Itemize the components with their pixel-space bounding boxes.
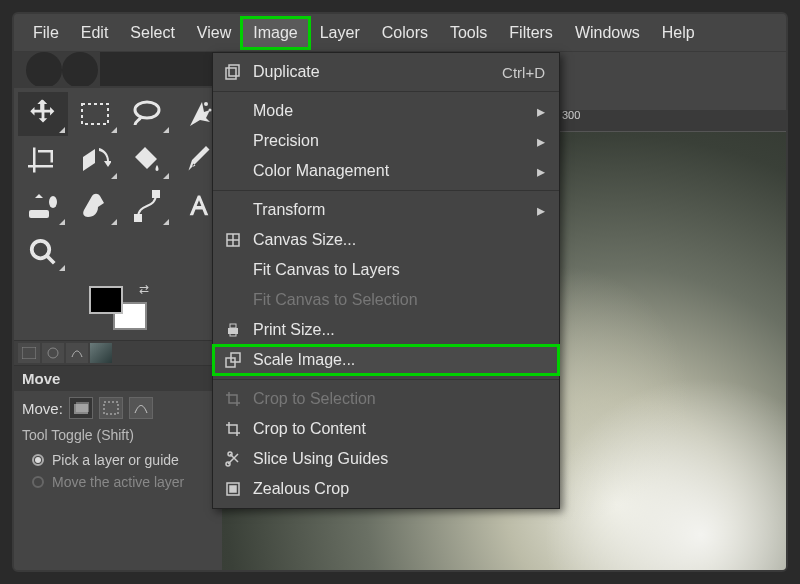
- dock-tabs: [14, 340, 222, 366]
- mi-zealous-crop[interactable]: Zealous Crop: [213, 474, 559, 504]
- tool-submenu-indicator-icon: [163, 219, 169, 225]
- tool-clone[interactable]: [18, 184, 68, 228]
- mi-crop-selection: Crop to Selection: [213, 384, 559, 414]
- menu-windows[interactable]: Windows: [564, 18, 651, 48]
- mi-crop-content[interactable]: Crop to Content: [213, 414, 559, 444]
- mi-transform[interactable]: Transform▸: [213, 195, 559, 225]
- menu-file[interactable]: File: [22, 18, 70, 48]
- radio-pick-layer-label: Pick a layer or guide: [52, 452, 179, 468]
- mi-label: Print Size...: [253, 321, 545, 339]
- dock-tab-4[interactable]: [90, 343, 112, 363]
- tool-submenu-indicator-icon: [111, 219, 117, 225]
- tool-zoom[interactable]: [18, 230, 68, 274]
- mi-duplicate[interactable]: Duplicate Ctrl+D: [213, 57, 559, 87]
- dock-tab-2[interactable]: [42, 343, 64, 363]
- tool-submenu-indicator-icon: [111, 127, 117, 133]
- canvas-size-icon: [223, 232, 243, 248]
- tool-path[interactable]: [122, 184, 172, 228]
- crop-icon: [223, 421, 243, 437]
- image-menu: Duplicate Ctrl+D Mode▸ Precision▸ Color …: [212, 52, 560, 509]
- tool-submenu-indicator-icon: [59, 219, 65, 225]
- svg-rect-15: [76, 402, 89, 412]
- tool-submenu-indicator-icon: [163, 173, 169, 179]
- mi-precision[interactable]: Precision▸: [213, 126, 559, 156]
- submenu-arrow-icon: ▸: [537, 132, 545, 151]
- dock-tab-1[interactable]: [18, 343, 40, 363]
- tool-smudge[interactable]: [70, 184, 120, 228]
- mi-label: Mode: [253, 102, 527, 120]
- image-thumb-icon: [90, 343, 112, 363]
- menu-select[interactable]: Select: [119, 18, 185, 48]
- move-mode-selection[interactable]: [99, 397, 123, 419]
- svg-rect-10: [153, 191, 159, 197]
- mi-canvas-size[interactable]: Canvas Size...: [213, 225, 559, 255]
- toolbox-header-graphic: [14, 52, 222, 88]
- svg-point-13: [48, 348, 58, 358]
- ruler-tick: 300: [558, 110, 580, 132]
- tool-bucket-fill[interactable]: [122, 138, 172, 182]
- radio-move-active[interactable]: Move the active layer: [14, 471, 222, 493]
- print-icon: [223, 322, 243, 338]
- mi-print-size[interactable]: Print Size...: [213, 315, 559, 345]
- svg-point-4: [135, 102, 159, 118]
- tool-grid: [14, 88, 222, 280]
- menu-layer[interactable]: Layer: [309, 18, 371, 48]
- mi-label: Crop to Selection: [253, 390, 545, 408]
- tool-move[interactable]: [18, 92, 68, 136]
- menu-separator: [213, 91, 559, 92]
- svg-point-0: [26, 52, 62, 86]
- radio-move-active-label: Move the active layer: [52, 474, 184, 490]
- menu-separator: [213, 379, 559, 380]
- svg-rect-9: [135, 215, 141, 221]
- tool-submenu-indicator-icon: [59, 127, 65, 133]
- radio-pick-layer[interactable]: Pick a layer or guide: [14, 449, 222, 471]
- mi-label: Color Management: [253, 162, 527, 180]
- tool-options-move-row: Move:: [14, 391, 222, 425]
- toolbox-panel: ⇄ Move Move: Tool Toggle (Shift) Pick a …: [14, 52, 222, 572]
- menu-tools[interactable]: Tools: [439, 18, 498, 48]
- svg-rect-18: [229, 65, 239, 76]
- mi-scale-image[interactable]: Scale Image...: [213, 345, 559, 375]
- move-mode-path[interactable]: [129, 397, 153, 419]
- mi-label: Canvas Size...: [253, 231, 545, 249]
- svg-point-11: [32, 241, 50, 259]
- duplicate-icon: [223, 64, 243, 80]
- menu-filters[interactable]: Filters: [498, 18, 564, 48]
- mi-label: Crop to Content: [253, 420, 545, 438]
- svg-rect-21: [230, 324, 236, 328]
- svg-rect-2: [100, 52, 220, 86]
- mi-color-management[interactable]: Color Management▸: [213, 156, 559, 186]
- tool-crop[interactable]: [18, 138, 68, 182]
- move-label: Move:: [22, 400, 63, 417]
- menubar: File Edit Select View Image Layer Colors…: [14, 14, 786, 52]
- fg-color-swatch[interactable]: [89, 286, 123, 314]
- menu-view[interactable]: View: [186, 18, 242, 48]
- menu-image[interactable]: Image: [242, 18, 308, 48]
- dock-tab-3[interactable]: [66, 343, 88, 363]
- tool-toggle-label: Tool Toggle (Shift): [14, 425, 222, 449]
- mi-label: Slice Using Guides: [253, 450, 545, 468]
- submenu-arrow-icon: ▸: [537, 201, 545, 220]
- mi-mode[interactable]: Mode▸: [213, 96, 559, 126]
- slice-icon: [223, 451, 243, 467]
- move-mode-layer[interactable]: [69, 397, 93, 419]
- color-swatches[interactable]: ⇄: [14, 280, 222, 340]
- mi-fit-canvas-layers[interactable]: Fit Canvas to Layers: [213, 255, 559, 285]
- menu-colors[interactable]: Colors: [371, 18, 439, 48]
- mi-slice-guides[interactable]: Slice Using Guides: [213, 444, 559, 474]
- menu-separator: [213, 190, 559, 191]
- tool-lasso[interactable]: [122, 92, 172, 136]
- menu-help[interactable]: Help: [651, 18, 706, 48]
- svg-rect-16: [104, 402, 118, 414]
- mi-accel: Ctrl+D: [502, 64, 545, 81]
- scale-icon: [223, 352, 243, 368]
- mi-label: Duplicate: [253, 63, 492, 81]
- tool-rotate[interactable]: [70, 138, 120, 182]
- tool-rect-select[interactable]: [70, 92, 120, 136]
- svg-rect-3: [82, 104, 108, 124]
- swap-colors-icon[interactable]: ⇄: [139, 282, 149, 296]
- menu-edit[interactable]: Edit: [70, 18, 120, 48]
- mi-label: Transform: [253, 201, 527, 219]
- mi-label: Fit Canvas to Layers: [253, 261, 545, 279]
- tool-submenu-indicator-icon: [111, 173, 117, 179]
